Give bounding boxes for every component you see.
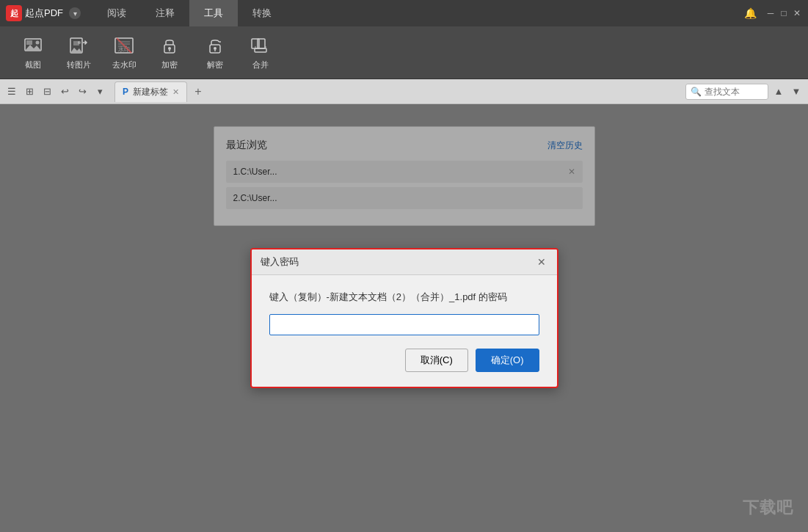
dialog-body: 键入（复制）-新建文本文档（2）（合并）_1.pdf 的密码 取消(C) 确定(…	[252, 275, 557, 387]
tool-screenshot-label: 截图	[25, 59, 41, 70]
tool-decrypt-label: 解密	[207, 59, 223, 70]
merge-icon	[250, 34, 272, 57]
dialog-title-bar: 键入密码 ✕	[252, 249, 557, 275]
search-icon: 🔍	[691, 87, 702, 97]
svg-marker-2	[25, 45, 41, 51]
tool-merge-label: 合并	[252, 59, 269, 70]
redo-icon[interactable]: ↪	[75, 84, 90, 99]
toolbar: 截图 转图片 水印 去水印	[0, 26, 808, 79]
tool-screenshot[interactable]: 截图	[12, 31, 54, 75]
nav-item-read[interactable]: 阅读	[92, 0, 141, 26]
nav-item-annotate[interactable]: 注释	[141, 0, 189, 26]
dialog-close-button[interactable]: ✕	[535, 255, 548, 269]
svg-rect-22	[255, 48, 266, 52]
tab-bar-tools: ☰ ⊞ ⊟ ↩ ↪ ▾	[4, 84, 107, 99]
add-tab-button[interactable]: +	[190, 84, 206, 100]
minimize-button[interactable]: ─	[765, 8, 776, 18]
app-name: 起点PDF	[25, 7, 63, 20]
maximize-button[interactable]: □	[779, 8, 789, 18]
title-bar-extra: 🔔	[744, 7, 757, 19]
tool-to-image-label: 转图片	[67, 59, 91, 70]
tab-label: 新建标签	[133, 86, 168, 98]
dialog-message: 键入（复制）-新建文本文档（2）（合并）_1.pdf 的密码	[269, 290, 539, 305]
dialog-overlay: 键入密码 ✕ 键入（复制）-新建文本文档（2）（合并）_1.pdf 的密码 取消…	[0, 104, 808, 532]
dialog-ok-button[interactable]: 确定(O)	[476, 349, 539, 372]
svg-point-7	[78, 41, 81, 44]
watermark-icon: 水印	[113, 34, 135, 57]
tool-merge[interactable]: 合并	[239, 31, 282, 75]
search-nav-down-icon[interactable]: ▼	[789, 84, 804, 99]
nav-bar: 阅读 注释 工具 转换	[92, 0, 744, 26]
dialog-cancel-button[interactable]: 取消(C)	[405, 349, 468, 372]
thumbnail-icon[interactable]: ⊞	[22, 84, 37, 99]
dialog-title: 键入密码	[261, 255, 299, 269]
password-dialog: 键入密码 ✕ 键入（复制）-新建文本文档（2）（合并）_1.pdf 的密码 取消…	[250, 248, 558, 389]
tool-decrypt[interactable]: 解密	[194, 31, 236, 75]
tool-watermark-label: 去水印	[112, 59, 137, 70]
search-input[interactable]	[705, 87, 763, 97]
tool-encrypt-label: 加密	[161, 59, 178, 70]
close-button[interactable]: ✕	[792, 8, 802, 18]
nav-item-convert[interactable]: 转换	[238, 0, 286, 26]
unlock-icon	[204, 34, 226, 57]
svg-rect-1	[26, 40, 32, 45]
tool-watermark[interactable]: 水印 去水印	[103, 31, 145, 75]
dropdown-icon[interactable]: ▾	[92, 84, 107, 99]
dialog-buttons: 取消(C) 确定(O)	[269, 349, 539, 372]
undo-icon[interactable]: ↩	[57, 84, 72, 99]
search-nav-up-icon[interactable]: ▲	[771, 84, 786, 99]
svg-point-18	[214, 47, 216, 50]
tab-bar-search: 🔍 ▲ ▼	[685, 84, 804, 100]
current-tab[interactable]: P 新建标签 ✕	[114, 81, 187, 102]
main-area: 最近浏览 清空历史 1.C:\User... ✕ 2.C:\User... 打开…	[0, 104, 808, 532]
svg-point-3	[36, 41, 40, 45]
dropdown-arrow-icon[interactable]: ▾	[69, 7, 81, 19]
title-bar: 起 起点PDF ▾ 阅读 注释 工具 转换 🔔 ─ □ ✕	[0, 0, 808, 26]
window-controls: ─ □ ✕	[765, 8, 802, 18]
tab-close-icon[interactable]: ✕	[172, 87, 179, 97]
bookmark-icon[interactable]: ⊟	[40, 84, 54, 99]
nav-item-tools[interactable]: 工具	[189, 0, 238, 26]
svg-point-15	[168, 47, 171, 50]
app-logo: 起 起点PDF ▾	[6, 5, 81, 21]
notification-icon[interactable]: 🔔	[744, 7, 757, 19]
screenshot-icon	[22, 34, 44, 57]
sidebar-toggle-icon[interactable]: ☰	[4, 84, 19, 99]
tool-to-image[interactable]: 转图片	[57, 31, 100, 75]
tab-bar: ☰ ⊞ ⊟ ↩ ↪ ▾ P 新建标签 ✕ + 🔍 ▲ ▼	[0, 79, 808, 104]
svg-marker-6	[70, 48, 82, 53]
lock-icon	[159, 34, 181, 57]
password-input[interactable]	[269, 314, 539, 335]
to-image-icon	[68, 34, 90, 57]
logo-icon: 起	[6, 5, 22, 21]
tool-encrypt[interactable]: 加密	[148, 31, 191, 75]
search-box[interactable]: 🔍	[685, 84, 768, 100]
tab-prefix: P	[123, 87, 128, 97]
